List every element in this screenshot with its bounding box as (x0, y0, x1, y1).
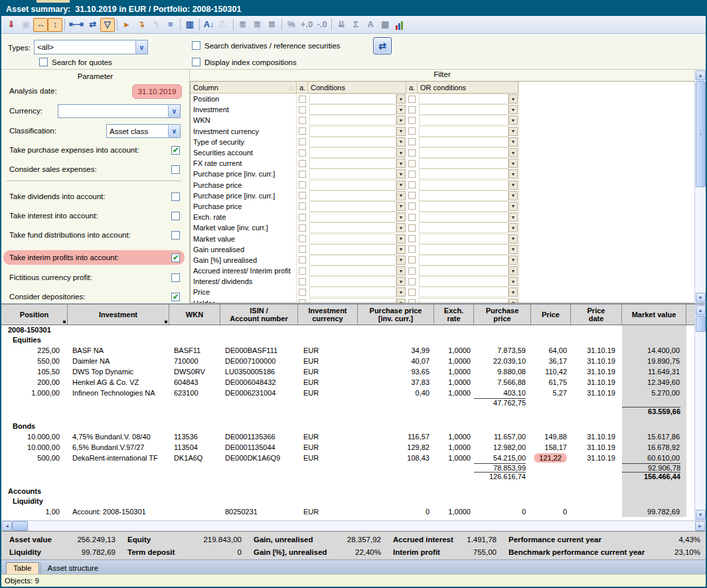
filter-header-column[interactable]: Column△ (191, 82, 297, 93)
filter-and-checkbox[interactable] (299, 192, 306, 199)
filter-or-dropdown-icon[interactable]: ▼ (509, 105, 518, 114)
filter-condition-dropdown-icon[interactable]: ▼ (396, 105, 406, 114)
filter-condition-dropdown-icon[interactable]: ▼ (396, 159, 406, 168)
column-header-wkn[interactable]: WKN (169, 305, 220, 325)
filter-condition-field[interactable] (309, 190, 396, 201)
refresh-icon[interactable]: ⇄ (86, 18, 100, 32)
fit-height-icon[interactable]: ↕ (48, 18, 62, 32)
filter-and-checkbox[interactable] (299, 246, 306, 253)
filter-condition-dropdown-icon[interactable]: ▼ (396, 191, 406, 200)
filter-and-checkbox[interactable] (299, 299, 306, 303)
filter-and-checkbox[interactable] (299, 96, 306, 103)
sort-desc-icon[interactable]: Z↓ (216, 18, 231, 32)
scrollbar-track[interactable] (28, 522, 695, 530)
sum-icon[interactable]: Σ (349, 18, 363, 32)
scroll-left-icon[interactable]: ◂ (2, 521, 12, 531)
filter-or-checkbox[interactable] (408, 224, 416, 232)
filter-header-conditions[interactable]: Conditions (308, 82, 406, 93)
table-row[interactable]: 200,00Henkel AG & Co. VZ604843DE00060484… (1, 377, 694, 388)
filter-or-checkbox[interactable] (408, 106, 416, 113)
filter-or-checkbox[interactable] (408, 127, 416, 135)
filter-condition-field[interactable] (309, 158, 396, 169)
table-row[interactable]: 10.000,006,5% Bundanl.V.97/27113504DE000… (1, 442, 694, 453)
column-width-icon[interactable]: ⇤⇥ (67, 18, 86, 32)
search-for-quotes-checkbox[interactable] (39, 58, 48, 66)
filter-condition-field[interactable] (309, 137, 396, 147)
sort-asc-icon[interactable]: A↓ (202, 18, 216, 32)
freeze-columns-icon[interactable]: ▥ (183, 18, 197, 32)
chevron-down-icon[interactable]: ∨ (135, 40, 147, 54)
filter-or-dropdown-icon[interactable]: ▼ (509, 234, 518, 244)
filter-and-checkbox[interactable] (299, 160, 306, 167)
filter-or-checkbox[interactable] (408, 171, 416, 178)
filter-condition-field[interactable] (309, 169, 396, 179)
analysis-date-field[interactable]: 31.10.2019 (132, 84, 182, 99)
param-option-checkbox[interactable] (171, 212, 180, 220)
filter-or-dropdown-icon[interactable]: ▼ (509, 223, 518, 232)
filter-condition-field[interactable] (309, 115, 396, 125)
filter-or-checkbox[interactable] (408, 278, 416, 285)
insert-column-icon[interactable]: ▸ (119, 18, 134, 32)
filter-or-dropdown-icon[interactable]: ▼ (509, 94, 518, 104)
filter-or-dropdown-icon[interactable]: ▼ (509, 127, 518, 136)
filter-or-field[interactable] (419, 190, 509, 201)
tab-table[interactable]: Table (6, 562, 39, 574)
filter-condition-dropdown-icon[interactable]: ▼ (396, 266, 406, 275)
scrollbar-thumb[interactable] (696, 316, 706, 332)
column-header-isin-account-number[interactable]: ISIN /Account number (220, 305, 298, 325)
filter-condition-dropdown-icon[interactable]: ▼ (396, 256, 406, 265)
filter-or-dropdown-icon[interactable]: ▼ (509, 212, 518, 222)
filter-condition-dropdown-icon[interactable]: ▼ (396, 212, 406, 222)
filter-condition-dropdown-icon[interactable]: ▼ (396, 287, 406, 297)
filter-or-dropdown-icon[interactable]: ▼ (509, 299, 518, 303)
filter-or-checkbox[interactable] (408, 138, 416, 145)
filter-or-dropdown-icon[interactable]: ▼ (509, 277, 518, 286)
scrollbar-thumb[interactable] (12, 521, 28, 531)
filter-or-checkbox[interactable] (408, 160, 416, 167)
refresh-button[interactable]: ⇄ (373, 37, 392, 54)
filter-or-field[interactable] (419, 298, 509, 303)
filter-or-field[interactable] (419, 147, 509, 158)
remove-decimal-icon[interactable]: -.0 (315, 18, 329, 32)
param-option-checkbox[interactable]: ✔ (171, 293, 180, 301)
filter-or-checkbox[interactable] (408, 267, 416, 275)
filter-icon[interactable]: ▽ (100, 18, 115, 32)
column-header-purchase-price[interactable]: Purchaseprice (474, 305, 531, 325)
filter-and-checkbox[interactable] (299, 202, 306, 210)
param-option-checkbox[interactable]: ✔ (171, 146, 180, 155)
scroll-right-icon[interactable]: ▸ (695, 521, 705, 531)
filter-or-dropdown-icon[interactable]: ▼ (509, 245, 518, 254)
export-icon[interactable]: ⇓ (4, 18, 19, 32)
filter-or-checkbox[interactable] (408, 96, 416, 103)
undo-icon[interactable]: ↰ (149, 18, 163, 32)
param-option-checkbox[interactable] (171, 231, 180, 240)
column-header-market-value[interactable]: Market value (622, 305, 686, 325)
filter-condition-field[interactable] (309, 126, 396, 137)
scrollbar-thumb[interactable]: ≡ (696, 81, 706, 187)
add-decimal-icon[interactable]: +.0 (299, 18, 315, 32)
filter-condition-field[interactable] (309, 180, 396, 190)
filter-condition-field[interactable] (309, 244, 396, 255)
filter-and-checkbox[interactable] (299, 224, 306, 232)
filter-and-checkbox[interactable] (299, 214, 306, 221)
column-header-price-date[interactable]: Pricedate (571, 305, 622, 325)
filter-header-or-conditions[interactable]: OR conditions (418, 82, 518, 93)
filter-or-field[interactable] (419, 115, 509, 125)
tab-asset-structure[interactable]: Asset structure (40, 563, 106, 574)
filter-condition-field[interactable] (309, 212, 396, 222)
filter-condition-field[interactable] (309, 276, 396, 287)
filter-condition-dropdown-icon[interactable]: ▼ (396, 299, 406, 303)
filter-or-dropdown-icon[interactable]: ▼ (509, 191, 518, 200)
align-center-icon[interactable]: ≣ (250, 18, 265, 32)
filter-or-dropdown-icon[interactable]: ▼ (509, 148, 518, 157)
scroll-up-icon[interactable]: ▴ (696, 70, 706, 80)
filter-header-and[interactable]: a. (297, 82, 308, 93)
filter-and-checkbox[interactable] (299, 171, 306, 178)
filter-or-checkbox[interactable] (408, 117, 416, 124)
table-row[interactable]: 1,00Account: 2008-15030180250231EUR01,00… (1, 506, 694, 517)
filter-or-field[interactable] (419, 265, 509, 276)
column-header-position[interactable]: Position (1, 305, 68, 325)
filter-condition-dropdown-icon[interactable]: ▼ (396, 94, 406, 104)
copy-icon[interactable]: ▣ (19, 18, 33, 32)
display-index-checkbox[interactable] (192, 58, 200, 66)
